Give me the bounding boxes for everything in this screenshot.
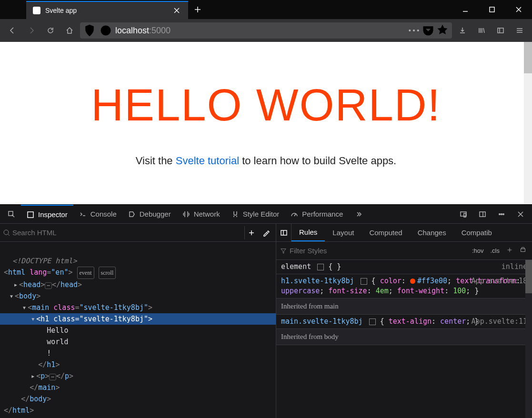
cls-toggle[interactable]: .cls	[489, 247, 502, 254]
url-host: localhost	[115, 26, 149, 35]
css-rules-list[interactable]: inline element { } App.svelte:18 h1.svel…	[276, 260, 532, 418]
svg-point-3	[413, 30, 415, 31]
rule-main: App.svelte:11 main.svelte-1tky8bj { text…	[276, 315, 532, 329]
svg-rect-0	[490, 7, 494, 12]
minimize-window-icon[interactable]	[452, 0, 479, 19]
add-rule-icon[interactable]	[504, 247, 515, 255]
svg-rect-9	[464, 213, 466, 217]
tab-console-label: Console	[90, 210, 117, 218]
responsive-mode-icon[interactable]	[454, 210, 473, 218]
meatballs-icon[interactable]	[407, 24, 421, 37]
eyedropper-icon[interactable]	[260, 226, 273, 239]
twisty-icon[interactable]: ▾	[30, 313, 36, 325]
styles-filter-bar: :hov .cls	[276, 242, 532, 260]
styles-filter-input[interactable]	[290, 247, 467, 255]
bookmark-star-icon[interactable]	[436, 24, 449, 37]
inherited-from-main: Inherited from main	[276, 299, 532, 315]
ellipsis-icon[interactable]: ⋯	[49, 374, 56, 380]
event-badge[interactable]: event	[77, 267, 94, 279]
svg-point-12	[501, 213, 502, 215]
devtools-panel: Inspector Console Debugger Network Style…	[0, 204, 532, 418]
scroll-badge[interactable]: scroll	[99, 267, 116, 279]
rule-source[interactable]: App.svelte:11	[472, 317, 527, 327]
twisty-icon[interactable]: ▾	[21, 302, 28, 313]
close-tab-icon[interactable]	[172, 6, 181, 15]
rule-element: inline element { }	[276, 260, 532, 274]
svg-point-4	[417, 30, 419, 31]
inherited-from-body: Inherited from body	[276, 329, 532, 345]
styles-panel: Rules Layout Computed Changes Compatib :…	[276, 224, 532, 418]
sidebar-icon[interactable]	[492, 22, 509, 39]
styles-scrollbar[interactable]	[525, 260, 532, 418]
subline-post: to learn how to build Svelte apps.	[239, 155, 396, 167]
svelte-tutorial-link[interactable]: Svelte tutorial	[176, 155, 239, 167]
tab-debugger-label: Debugger	[140, 210, 171, 218]
svg-rect-5	[498, 28, 503, 33]
svg-rect-15	[281, 230, 287, 235]
rule-h1: App.svelte:18 h1.svelte-1tky8bj { color:…	[276, 274, 532, 299]
tab-console[interactable]: Console	[73, 205, 122, 223]
tab-performance[interactable]: Performance	[285, 205, 349, 223]
tab-network[interactable]: Network	[177, 205, 226, 223]
rule-source[interactable]: App.svelte:18	[472, 276, 527, 286]
url-bar[interactable]: localhost:5000	[80, 22, 452, 39]
target-icon[interactable]	[317, 264, 324, 270]
layout-view-icon[interactable]	[276, 224, 291, 242]
styles-tab-rules[interactable]: Rules	[291, 224, 325, 241]
page-scrollbar[interactable]	[524, 42, 532, 204]
dom-search-input[interactable]	[12, 229, 242, 237]
styles-tab-compat[interactable]: Compatib	[454, 224, 500, 241]
svg-rect-10	[480, 212, 485, 217]
info-icon[interactable]	[99, 24, 112, 37]
window-titlebar: Svelte app	[0, 0, 532, 19]
twisty-icon[interactable]: ▾	[8, 290, 15, 302]
page-subline: Visit the Svelte tutorial to learn how t…	[136, 155, 397, 167]
dom-panel: <!DOCTYPE html> <html lang="en"> event s…	[0, 224, 276, 418]
target-icon[interactable]	[369, 318, 376, 325]
ellipsis-icon[interactable]: ⋯	[45, 282, 52, 289]
devtools-meatballs-icon[interactable]	[492, 210, 511, 218]
back-button[interactable]	[4, 22, 21, 39]
svg-point-11	[499, 213, 501, 215]
svg-point-1	[101, 26, 111, 36]
twisty-icon[interactable]: ▸	[12, 279, 19, 290]
dom-tree[interactable]: <!DOCTYPE html> <html lang="en"> event s…	[0, 242, 276, 418]
subline-pre: Visit the	[136, 155, 176, 167]
new-tab-button[interactable]	[188, 0, 207, 19]
shield-icon[interactable]	[83, 24, 96, 37]
dom-text: !	[47, 349, 51, 358]
hamburger-menu-icon[interactable]	[511, 22, 528, 39]
styles-tab-changes[interactable]: Changes	[410, 224, 454, 241]
tab-debugger[interactable]: Debugger	[122, 205, 177, 223]
devtools-close-icon[interactable]	[511, 210, 530, 218]
twisty-icon[interactable]: ▸	[30, 370, 36, 382]
element-picker-icon[interactable]	[2, 205, 21, 223]
reload-button[interactable]	[42, 22, 59, 39]
tab-inspector-label: Inspector	[38, 210, 68, 219]
pocket-icon[interactable]	[422, 24, 435, 37]
target-icon[interactable]	[361, 278, 367, 285]
tab-network-label: Network	[194, 210, 220, 218]
rule-source[interactable]: inline	[502, 262, 527, 272]
tab-inspector[interactable]: Inspector	[21, 205, 73, 223]
dom-search-bar	[0, 224, 276, 242]
color-swatch-icon[interactable]	[410, 279, 415, 284]
library-icon[interactable]	[473, 22, 490, 39]
dom-text: Hello	[47, 326, 68, 335]
add-node-icon[interactable]	[244, 226, 258, 239]
svg-rect-16	[521, 249, 525, 251]
styles-tab-layout[interactable]: Layout	[325, 224, 361, 241]
hov-toggle[interactable]: :hov	[470, 247, 486, 254]
tab-style-editor[interactable]: Style Editor	[226, 205, 285, 223]
styles-tab-computed[interactable]: Computed	[361, 224, 410, 241]
downloads-icon[interactable]	[454, 22, 471, 39]
forward-button[interactable]	[23, 22, 40, 39]
maximize-window-icon[interactable]	[479, 0, 505, 19]
print-sim-icon[interactable]	[518, 247, 528, 255]
tabs-overflow-icon[interactable]	[349, 205, 368, 223]
home-button[interactable]	[61, 22, 78, 39]
browser-tab[interactable]: Svelte app	[26, 1, 188, 19]
selected-dom-node[interactable]: ▾<h1 class="svelte-1tky8bj">	[0, 313, 276, 325]
close-window-icon[interactable]	[505, 0, 532, 19]
dock-side-icon[interactable]	[473, 210, 492, 218]
